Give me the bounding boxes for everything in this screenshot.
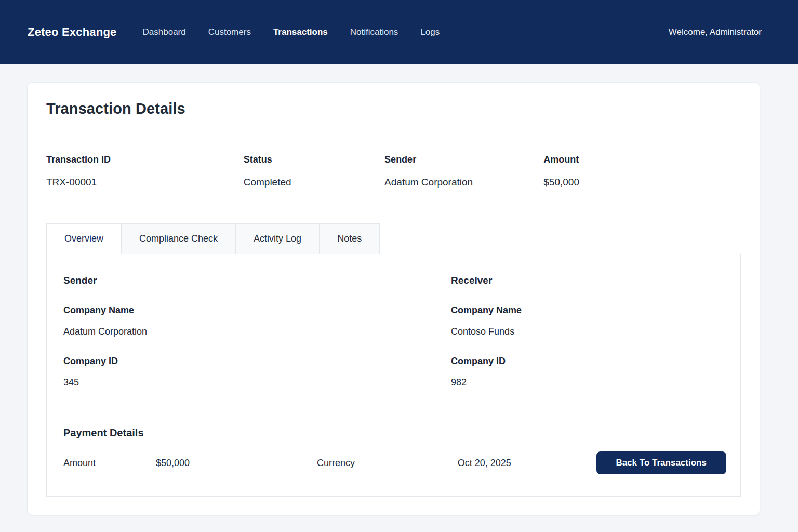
payment-amount-value: $50,000 <box>156 458 317 469</box>
sender-company-name: Adatum Corporation <box>63 326 451 337</box>
top-navbar: Zeteo Exchange Dashboard Customers Trans… <box>0 0 798 64</box>
summary-row: Transaction ID TRX-00001 Status Complete… <box>46 154 741 188</box>
summary-label: Status <box>244 154 384 165</box>
tab-strip: Overview Compliance Check Activity Log N… <box>46 223 741 254</box>
payment-currency-label: Currency <box>317 458 458 469</box>
nav-item-dashboard[interactable]: Dashboard <box>143 27 186 37</box>
summary-status: Status Completed <box>244 154 384 188</box>
summary-label: Amount <box>543 154 741 165</box>
title-divider <box>46 132 741 132</box>
nav-item-notifications[interactable]: Notifications <box>350 27 398 37</box>
company-name-label: Company Name <box>451 305 724 316</box>
payment-currency-value: Oct 20, 2025 <box>458 458 596 469</box>
sender-company-id: 345 <box>63 377 451 388</box>
company-name-label: Company Name <box>63 305 451 316</box>
summary-label: Sender <box>384 154 543 165</box>
summary-divider <box>46 205 741 205</box>
tab-activity-log[interactable]: Activity Log <box>236 223 320 254</box>
payment-divider <box>63 408 724 408</box>
payment-amount-label: Amount <box>63 458 156 469</box>
brand-logo[interactable]: Zeteo Exchange <box>28 25 117 39</box>
status-value: Completed <box>244 177 384 188</box>
overview-tab-panel: Sender Company Name Adatum Corporation C… <box>46 254 741 497</box>
summary-value: Adatum Corporation <box>384 177 543 188</box>
summary-value: TRX-00001 <box>46 177 244 188</box>
company-id-label: Company ID <box>451 356 724 367</box>
receiver-company-name: Contoso Funds <box>451 326 724 337</box>
receiver-company-id: 982 <box>451 377 724 388</box>
tab-overview[interactable]: Overview <box>46 223 122 254</box>
receiver-section: Receiver Company Name Contoso Funds Comp… <box>451 275 724 388</box>
sender-heading: Sender <box>63 275 451 286</box>
transaction-details-card: Transaction Details Transaction ID TRX-0… <box>27 82 760 515</box>
page-title: Transaction Details <box>46 100 741 117</box>
summary-value: $50,000 <box>543 177 741 188</box>
receiver-heading: Receiver <box>451 275 724 286</box>
tab-compliance-check[interactable]: Compliance Check <box>122 223 236 254</box>
nav-item-transactions[interactable]: Transactions <box>273 27 328 37</box>
company-id-label: Company ID <box>63 356 451 367</box>
back-to-transactions-button[interactable]: Back To Transactions <box>596 451 726 474</box>
summary-label: Transaction ID <box>46 154 244 165</box>
nav-links: Dashboard Customers Transactions Notific… <box>143 27 440 37</box>
tab-notes[interactable]: Notes <box>320 223 380 254</box>
parties-grid: Sender Company Name Adatum Corporation C… <box>63 275 724 388</box>
summary-transaction-id: Transaction ID TRX-00001 <box>46 154 244 188</box>
summary-amount: Amount $50,000 <box>543 154 741 188</box>
nav-item-logs[interactable]: Logs <box>420 27 440 37</box>
payment-details-heading: Payment Details <box>63 427 724 439</box>
sender-section: Sender Company Name Adatum Corporation C… <box>63 275 451 388</box>
summary-sender: Sender Adatum Corporation <box>384 154 543 188</box>
payment-row: Amount $50,000 Currency Oct 20, 2025 Bac… <box>63 451 724 474</box>
nav-item-customers[interactable]: Customers <box>208 27 251 37</box>
welcome-text: Welcome, Administrator <box>669 27 762 37</box>
